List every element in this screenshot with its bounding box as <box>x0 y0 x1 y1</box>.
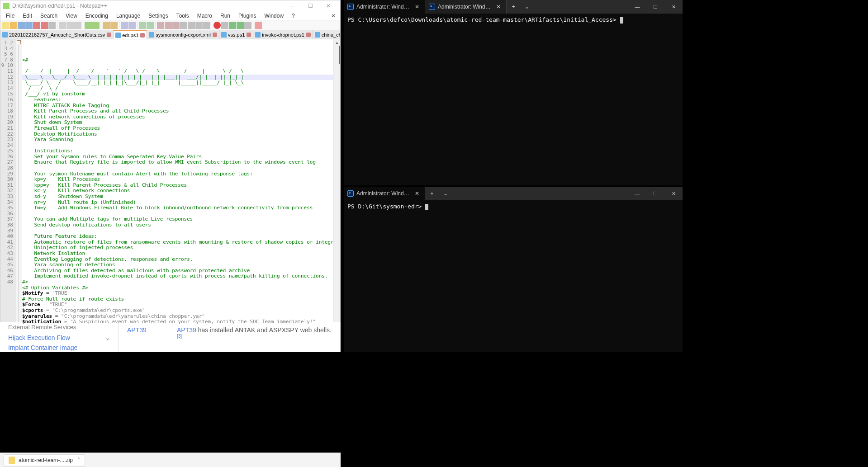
chevron-down-icon[interactable]: ⌄ <box>105 334 110 341</box>
term1-titlebar[interactable]: Administrator: Windows PowerS ✕ Administ… <box>344 0 683 14</box>
close-icon[interactable]: ✕ <box>496 4 503 10</box>
npp-titlebar[interactable]: D:\Git\sysmon-edr\edr.ps1 - Notepad++ — … <box>0 0 340 11</box>
folder-icon[interactable] <box>203 22 210 29</box>
close-button[interactable]: ✕ <box>664 187 683 200</box>
link-hijack-execution-flow[interactable]: Hijack Execution Flow <box>8 334 70 341</box>
tab-dropdown-icon[interactable]: ⌄ <box>439 190 452 197</box>
code-area[interactable]: <# ____ __ __ ____ ____ ___ ___ ____ ___… <box>22 39 333 335</box>
allchars-icon[interactable] <box>165 22 172 29</box>
userlang-icon[interactable] <box>180 22 187 29</box>
menu-view[interactable]: View <box>62 12 81 20</box>
open-file-icon[interactable] <box>10 22 17 29</box>
stop-macro-icon[interactable] <box>221 22 228 29</box>
undo-icon[interactable] <box>85 22 92 29</box>
close-button[interactable]: ✕ <box>664 0 683 14</box>
close-icon[interactable] <box>306 33 311 37</box>
link-implant-container-image[interactable]: Implant Container Image <box>8 344 77 351</box>
menu-settings[interactable]: Settings <box>145 12 171 20</box>
term1-body[interactable]: PS C:\Users\defco\Downloads\atomic-red-t… <box>344 14 683 185</box>
scroll-marker <box>339 46 340 64</box>
chevron-up-icon[interactable]: ˄ <box>77 457 80 463</box>
fold-gutter[interactable]: - <box>16 39 22 335</box>
menu-file[interactable]: File <box>2 12 18 20</box>
term1-tab-1[interactable]: Administrator: Windows PowerS ✕ <box>344 0 425 14</box>
vertical-scrollbar[interactable]: ▲ <box>333 39 340 335</box>
menu-x-button[interactable]: ✕ <box>327 12 338 20</box>
print-icon[interactable] <box>48 22 56 29</box>
zoom-in-icon[interactable] <box>121 22 128 29</box>
npp-app-icon <box>3 3 9 9</box>
menu-plugins[interactable]: Plugins <box>235 12 260 20</box>
record-macro-icon[interactable] <box>213 22 221 29</box>
scroll-up-icon[interactable]: ▲ <box>333 39 340 46</box>
new-tab-button[interactable]: + <box>425 190 439 197</box>
wordwrap-icon[interactable] <box>157 22 164 29</box>
redo-icon[interactable] <box>92 22 100 29</box>
play-macro-icon[interactable] <box>229 22 236 29</box>
save-icon[interactable] <box>18 22 25 29</box>
term2-prompt: PS D:\Git\sysmon-edr> <box>347 203 422 210</box>
close-all-icon[interactable] <box>41 22 48 29</box>
new-tab-button[interactable]: + <box>507 4 520 10</box>
cut-icon[interactable] <box>59 22 66 29</box>
maximize-button[interactable]: ☐ <box>301 0 319 11</box>
zip-icon <box>9 457 15 464</box>
close-icon[interactable]: ✕ <box>415 4 421 10</box>
close-icon[interactable] <box>107 33 111 37</box>
close-icon[interactable] <box>213 33 217 37</box>
citation-link[interactable]: [3] <box>177 334 182 339</box>
term2-body[interactable]: PS D:\Git\sysmon-edr> <box>344 200 683 352</box>
indent-icon[interactable] <box>172 22 180 29</box>
menu-macro[interactable]: Macro <box>194 12 216 20</box>
menu-tools[interactable]: Tools <box>173 12 193 20</box>
tab-vss[interactable]: vss.ps1 <box>219 30 253 39</box>
powershell-icon <box>347 190 354 197</box>
funclist-icon[interactable] <box>195 22 203 29</box>
close-button[interactable]: ✕ <box>319 0 337 11</box>
docmap-icon[interactable] <box>188 22 195 29</box>
fold-toggle-icon[interactable]: - <box>17 40 21 44</box>
close-icon[interactable]: ✕ <box>415 190 421 197</box>
term1-tab-2[interactable]: Administrator: Windows PowerS ✕ <box>425 0 507 14</box>
menu-encoding[interactable]: Encoding <box>82 12 112 20</box>
tab-edr-ps1[interactable]: edr.ps1 <box>114 30 147 39</box>
tab-china-chopper[interactable]: china_chopper.yar <box>313 30 340 39</box>
tab-amcache[interactable]: 20201022162757_Amcache_ShortCuts.csv <box>0 30 114 39</box>
tab-dropdown-icon[interactable]: ⌄ <box>520 4 534 10</box>
minimize-button[interactable]: — <box>628 0 646 14</box>
zoom-out-icon[interactable] <box>128 22 136 29</box>
term2-tab-1[interactable]: Administrator: Windows PowerS ✕ <box>344 187 425 200</box>
menu-language[interactable]: Language <box>113 12 144 20</box>
terminal-window-2: Administrator: Windows PowerS ✕ + ⌄ — ☐ … <box>344 187 683 352</box>
menu-search[interactable]: Search <box>37 12 61 20</box>
menu-window[interactable]: Window <box>261 12 287 20</box>
download-chip[interactable]: atomic-red-team-....zip ˄ <box>4 454 85 466</box>
new-file-icon[interactable] <box>2 22 9 29</box>
find-icon[interactable] <box>103 22 110 29</box>
close-icon[interactable] <box>140 33 145 38</box>
tab-dropnet[interactable]: invoke-dropnet.ps1 <box>253 30 313 39</box>
paste-icon[interactable] <box>74 22 81 29</box>
sync-h-icon[interactable] <box>147 22 154 29</box>
copy-icon[interactable] <box>66 22 74 29</box>
term1-prompt: PS C:\Users\defco\Downloads\atomic-red-t… <box>347 16 617 23</box>
spellcheck-icon[interactable] <box>255 22 262 29</box>
minimize-button[interactable]: — <box>283 0 301 11</box>
maximize-button[interactable]: ☐ <box>646 0 664 14</box>
menu-edit[interactable]: Edit <box>19 12 36 20</box>
save-all-icon[interactable] <box>25 22 33 29</box>
replace-icon[interactable] <box>110 22 118 29</box>
powershell-icon <box>347 4 354 10</box>
sync-v-icon[interactable] <box>139 22 146 29</box>
play-multi-icon[interactable] <box>237 22 244 29</box>
save-macro-icon[interactable] <box>244 22 251 29</box>
line-number-gutter: 1 2 3 4 5 6 7 8 9 10 11 12 13 14 15 16 1… <box>0 39 16 335</box>
menu-help[interactable]: ? <box>288 12 299 20</box>
minimize-button[interactable]: — <box>628 187 646 200</box>
menu-run[interactable]: Run <box>217 12 234 20</box>
tab-sysmonconfig[interactable]: sysmonconfig-export.xml <box>147 30 219 39</box>
close-icon[interactable] <box>247 33 251 37</box>
maximize-button[interactable]: ☐ <box>646 187 664 200</box>
close-file-icon[interactable] <box>33 22 40 29</box>
term2-titlebar[interactable]: Administrator: Windows PowerS ✕ + ⌄ — ☐ … <box>344 187 683 200</box>
